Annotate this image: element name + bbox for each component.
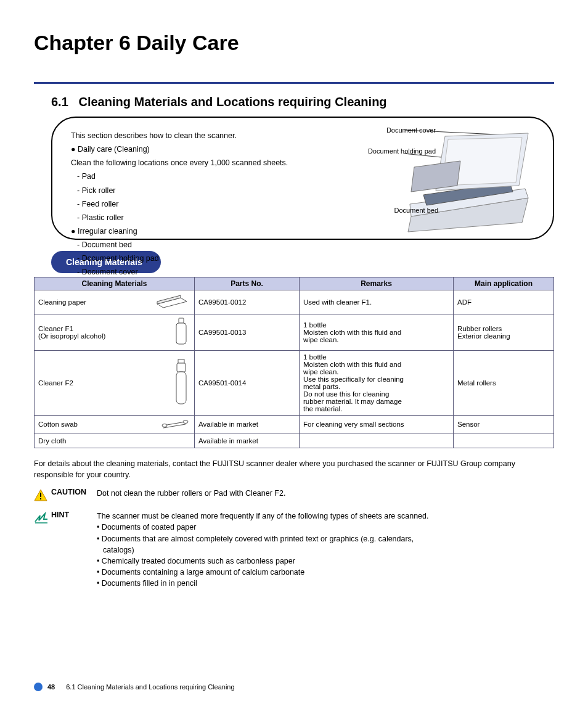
supply-name: Cleaner F1 (Or isopropyl alcohol) (38, 325, 172, 340)
panel-b1-item3: Feed roller (82, 200, 119, 208)
supply-application: Metal rollers (454, 351, 554, 416)
svg-point-18 (183, 421, 188, 424)
supply-application: Sensor (454, 416, 554, 433)
chapter-title: Chapter 6 Daily Care (34, 31, 554, 55)
panel-b2-item1: Document bed (82, 240, 132, 249)
panel-b2-item2: Document holding pad (82, 254, 159, 263)
table-row: Cotton swab Available in market For clea (35, 416, 554, 433)
supply-part: Available in market (195, 433, 300, 448)
svg-rect-15 (176, 372, 186, 404)
table-row: Cleaner F1 (Or isopropyl alcohol) CA9950… (35, 314, 554, 351)
svg-rect-22 (40, 498, 41, 499)
table-row: Cleaner F2 CA99501-0014 1 bottle Moisten… (35, 351, 554, 416)
table-row: Dry cloth Available in market (35, 433, 554, 448)
panel-b1-item2: Pick roller (82, 186, 116, 195)
page-footer: 48 6.1 Cleaning Materials and Locations … (34, 683, 554, 691)
body-paragraph: For details about the cleaning materials… (34, 458, 554, 480)
panel-b1-item4: Plastic roller (82, 213, 124, 222)
footer-title: 6.1 Cleaning Materials and Locations req… (66, 683, 234, 691)
supply-remarks (300, 433, 454, 448)
caution-text: Dot not clean the rubber rollers or Pad … (97, 488, 285, 499)
hint-row: HINT The scanner must be cleaned more fr… (34, 511, 554, 589)
panel-bullet2-label: Irregular cleaning (78, 227, 137, 236)
th-remarks: Remarks (300, 277, 454, 290)
supply-name: Dry cloth (35, 433, 195, 448)
section-heading: 6.1 Cleaning Materials and Locations req… (51, 95, 554, 109)
caution-label: CAUTION (51, 488, 97, 496)
supply-remarks: 1 bottle Moisten cloth with this fluid a… (300, 314, 454, 351)
svg-rect-14 (177, 363, 186, 372)
hint-item: Documents of coated paper (102, 523, 197, 532)
page-number: 48 (47, 683, 55, 691)
cotton-swab-icon (161, 418, 190, 430)
svg-rect-11 (179, 318, 184, 323)
hint-label: HINT (51, 511, 97, 519)
hint-item: Documents filled in in pencil (102, 579, 197, 588)
supply-remarks: Used with cleaner F1. (300, 290, 454, 314)
supply-application: ADF (454, 290, 554, 314)
scanner-icon (337, 124, 534, 235)
caution-row: CAUTION Dot not clean the rubber rollers… (34, 488, 554, 503)
section-title-text: Cleaning Materials and Locations requiri… (79, 95, 387, 109)
panel-bullet1-text: Clean the following locations once every… (71, 157, 330, 168)
cleaner-f1-icon (172, 317, 190, 348)
hint-item-tail: catalogs) (103, 544, 429, 556)
table-row: Cleaning paper CA99501-0012 Used with cl… (35, 290, 554, 314)
panel-b1-item1: Pad (82, 172, 96, 181)
hint-item: Chemically treated documents such as car… (102, 557, 295, 565)
supply-application (454, 433, 554, 448)
svg-point-17 (162, 424, 167, 427)
th-materials: Cleaning Materials (35, 277, 195, 290)
hint-item: Documents containing a large amount of c… (102, 568, 304, 577)
supply-name: Cleaning paper (38, 298, 153, 306)
supply-application: Rubber rollers Exterior cleaning (454, 314, 554, 351)
svg-rect-12 (176, 323, 186, 344)
hint-item: Documents that are almost completely cov… (102, 535, 414, 543)
supply-part: CA99501-0014 (195, 351, 300, 416)
callout-document-holding-pad: Document holding pad (325, 147, 436, 155)
th-parts: Parts No. (195, 277, 300, 290)
hint-intro: The scanner must be cleaned more frequen… (97, 511, 429, 522)
divider (34, 82, 554, 84)
cleaning-paper-icon (153, 293, 190, 311)
callout-document-cover: Document cover (343, 126, 436, 134)
panel-bullet1-label: Daily care (Cleaning) (78, 145, 150, 154)
scanner-illustration: Document cover Document holding pad Docu… (337, 124, 534, 235)
supply-name: Cleaner F2 (38, 379, 172, 387)
caution-icon (34, 489, 51, 503)
intro-panel: This section describes how to clean the … (51, 117, 554, 240)
supply-part: CA99501-0013 (195, 314, 300, 351)
table-header-row: Cleaning Materials Parts No. Remarks Mai… (35, 277, 554, 290)
supply-name: Cotton swab (38, 421, 161, 428)
supplies-table: Cleaning Materials Parts No. Remarks Mai… (34, 277, 554, 448)
supply-part: CA99501-0012 (195, 290, 300, 314)
page-dot-icon (34, 683, 43, 691)
panel-intro: This section describes how to clean the … (71, 130, 330, 141)
supply-remarks: 1 bottle Moisten cloth with this fluid a… (300, 351, 454, 416)
hint-icon (34, 512, 51, 526)
callout-document-bed: Document bed (352, 207, 438, 215)
svg-rect-21 (40, 493, 41, 497)
supply-remarks: For cleaning very small sections (300, 416, 454, 433)
section-number: 6.1 (51, 95, 68, 109)
th-application: Main application (454, 277, 554, 290)
cleaner-f2-icon (172, 358, 190, 408)
panel-b2-item3: Document cover (82, 268, 138, 276)
svg-rect-13 (178, 359, 184, 363)
supply-part: Available in market (195, 416, 300, 433)
